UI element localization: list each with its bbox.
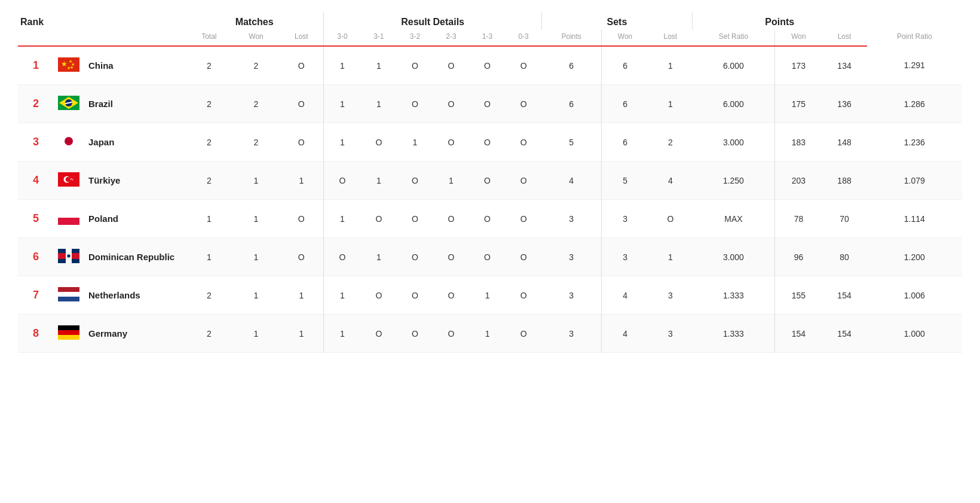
result-23: O <box>433 276 470 315</box>
sets-won: 6 <box>601 123 648 161</box>
result-32: O <box>397 276 433 315</box>
pts-lost: 154 <box>822 315 867 353</box>
match-won: 1 <box>233 238 280 276</box>
sets-lost: 1 <box>648 85 692 123</box>
svg-rect-28 <box>58 325 79 330</box>
sub-sets-won: Won <box>601 30 648 45</box>
result-03: O <box>506 123 542 161</box>
match-total: 2 <box>185 123 233 161</box>
result-30: 1 <box>324 85 361 123</box>
pts-won: 183 <box>775 123 822 161</box>
result-30: O <box>324 238 361 276</box>
result-32: O <box>397 315 433 353</box>
sub-set-ratio: Set Ratio <box>693 30 775 45</box>
result-31: O <box>361 123 397 161</box>
match-won: 1 <box>233 276 280 315</box>
sets-lost: 3 <box>648 276 692 315</box>
set-ratio: MAX <box>693 200 775 238</box>
sub-r23: 2-3 <box>433 30 470 45</box>
result-23: O <box>433 123 470 161</box>
country-name: Brazil <box>84 85 185 123</box>
result-31: 1 <box>361 238 397 276</box>
header-rank: Rank <box>18 12 185 30</box>
match-total: 1 <box>185 238 233 276</box>
pt-ratio: 1.286 <box>867 85 963 123</box>
flag-cell <box>54 161 84 200</box>
table-row: 8 Germany 2 1 1 1 O O O 1 O 3 4 3 1.333 … <box>18 315 962 353</box>
standings-table-container: Rank Matches Result Details Sets Points … <box>0 0 980 365</box>
pts-lost: 134 <box>822 46 867 85</box>
table-row: 7 Netherlands 2 1 1 1 O O O 1 O 3 4 3 1.… <box>18 276 962 315</box>
result-03: O <box>506 85 542 123</box>
result-13: 1 <box>469 315 506 353</box>
result-23: O <box>433 200 470 238</box>
result-31: O <box>361 200 397 238</box>
rd-points: 3 <box>541 200 601 238</box>
pts-won: 154 <box>775 315 822 353</box>
set-ratio: 1.333 <box>693 315 775 353</box>
sub-pts-won: Won <box>775 30 822 45</box>
result-30: 1 <box>324 315 361 353</box>
table-body: 1 ★★★★★ China 2 2 O 1 1 O O O O 6 6 1 6.… <box>18 46 962 353</box>
sub-pts-lost: Lost <box>822 30 867 45</box>
country-name: Dominican Republic <box>84 238 185 276</box>
match-total: 2 <box>185 46 233 85</box>
result-30: 1 <box>324 200 361 238</box>
result-23: O <box>433 238 470 276</box>
table-row: 5 Poland 1 1 O 1 O O O O O 3 3 O MAX 78 … <box>18 200 962 238</box>
pts-won: 155 <box>775 276 822 315</box>
match-total: 2 <box>185 85 233 123</box>
header-row-main: Rank Matches Result Details Sets Points <box>18 12 962 30</box>
rank-cell: 2 <box>18 85 54 123</box>
pts-lost: 148 <box>822 123 867 161</box>
match-lost: O <box>279 123 324 161</box>
match-lost: 1 <box>279 276 324 315</box>
match-lost: O <box>279 200 324 238</box>
pt-ratio: 1.006 <box>867 276 963 315</box>
result-31: O <box>361 276 397 315</box>
sets-lost: 2 <box>648 123 692 161</box>
result-30: 1 <box>324 46 361 85</box>
svg-point-22 <box>67 254 71 258</box>
result-32: 1 <box>397 123 433 161</box>
match-lost: O <box>279 46 324 85</box>
pt-ratio: 1.200 <box>867 238 963 276</box>
sub-matches-won: Won <box>233 30 280 45</box>
match-total: 1 <box>185 200 233 238</box>
flag-cell <box>54 238 84 276</box>
match-won: 1 <box>233 200 280 238</box>
rank-cell: 8 <box>18 315 54 353</box>
sub-matches-lost: Lost <box>279 30 324 45</box>
pt-ratio: 1.000 <box>867 315 963 353</box>
pts-won: 96 <box>775 238 822 276</box>
result-13: O <box>469 238 506 276</box>
rank-cell: 6 <box>18 238 54 276</box>
rank-cell: 4 <box>18 161 54 200</box>
header-result-details: Result Details <box>324 12 542 30</box>
match-won: 2 <box>233 123 280 161</box>
flag-cell <box>54 123 84 161</box>
pt-ratio: 1.291 <box>867 46 963 85</box>
result-13: 1 <box>469 276 506 315</box>
flag-cell <box>54 85 84 123</box>
country-name: Netherlands <box>84 276 185 315</box>
flag-cell <box>54 276 84 315</box>
match-lost: O <box>279 85 324 123</box>
sets-lost: 3 <box>648 315 692 353</box>
sub-sets-lost: Lost <box>648 30 692 45</box>
result-32: O <box>397 200 433 238</box>
result-30: 1 <box>324 276 361 315</box>
rd-points: 6 <box>541 85 601 123</box>
sets-won: 5 <box>601 161 648 200</box>
match-won: 2 <box>233 46 280 85</box>
rank-cell: 1 <box>18 46 54 85</box>
pts-lost: 136 <box>822 85 867 123</box>
standings-table: Rank Matches Result Details Sets Points … <box>18 12 962 353</box>
rd-points: 3 <box>541 238 601 276</box>
result-23: 1 <box>433 161 470 200</box>
set-ratio: 3.000 <box>693 123 775 161</box>
set-ratio: 1.333 <box>693 276 775 315</box>
match-lost: 1 <box>279 161 324 200</box>
pts-lost: 70 <box>822 200 867 238</box>
rd-points: 5 <box>541 123 601 161</box>
